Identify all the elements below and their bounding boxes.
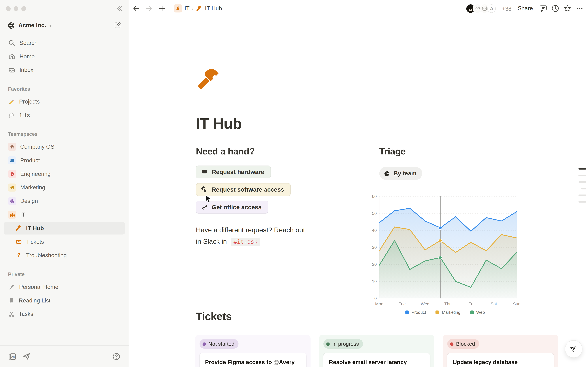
topbar-left: IT / IT Hub <box>132 0 222 17</box>
sidebar-item-design[interactable]: Design <box>4 195 125 207</box>
sidebar-item-label: IT <box>20 211 25 218</box>
button-label: Get office access <box>212 204 261 211</box>
sidebar-item-it[interactable]: IT <box>4 209 125 221</box>
section-title-favorites: Favorites <box>4 86 125 92</box>
share-button[interactable]: Share <box>518 5 533 12</box>
button-label: Request software access <box>212 186 284 193</box>
calendar-icon[interactable]: 28 <box>8 352 17 361</box>
new-page-icon[interactable] <box>114 22 121 29</box>
sidebar-item-label: Design <box>20 198 38 204</box>
status-dot <box>450 342 454 346</box>
globe-icon <box>7 21 15 29</box>
status-badge[interactable]: In progress <box>323 339 363 349</box>
sidebar-item-troubleshooting[interactable]: ? Troubleshooting <box>4 249 125 262</box>
legend-item: Marketing <box>436 310 460 315</box>
more-options-icon[interactable] <box>575 4 584 13</box>
svg-text:Sat: Sat <box>491 301 497 306</box>
chevron-down-icon: ▾ <box>50 23 52 28</box>
bug-icon <box>8 211 16 219</box>
sidebar-collapse-icon[interactable] <box>115 5 123 12</box>
note-text: Have a different request? Reach out in S… <box>196 224 332 248</box>
traffic-light-minimize[interactable] <box>14 6 18 11</box>
status-dot <box>202 342 206 346</box>
traffic-light-close[interactable] <box>6 6 10 11</box>
need-a-hand-section: Need a hand? Request hardware Request so… <box>196 146 332 248</box>
page-outline-indicator[interactable] <box>577 168 586 203</box>
sidebar-item-personal-home[interactable]: Personal Home <box>4 281 125 293</box>
svg-text:Tue: Tue <box>398 301 406 306</box>
sidebar-item-inbox[interactable]: Inbox <box>4 64 125 76</box>
by-team-filter-button[interactable]: By team <box>379 167 422 180</box>
sidebar-item-1-1s[interactable]: 1:1s <box>4 109 125 122</box>
help-icon[interactable] <box>112 352 121 361</box>
history-clock-icon[interactable] <box>551 4 559 13</box>
favorite-star-icon[interactable] <box>563 4 571 13</box>
breadcrumb-team[interactable]: IT <box>184 5 190 12</box>
tickets-board: Not started Provide Figma access to @Ave… <box>195 335 558 367</box>
card-title-text: Resolve email server latency <box>329 358 424 366</box>
status-label: In progress <box>332 341 359 347</box>
request-software-access-button[interactable]: Request software access <box>196 183 291 196</box>
sidebar-item-search[interactable]: Search <box>4 37 125 49</box>
ticket-card[interactable]: Resolve email server latency <box>323 353 430 367</box>
back-icon[interactable] <box>132 4 140 13</box>
status-badge[interactable]: Not started <box>199 339 238 349</box>
legend-label: Marketing <box>442 310 460 315</box>
traffic-light-zoom[interactable] <box>21 6 26 11</box>
sidebar-item-label: Company OS <box>20 143 54 150</box>
outline-bar <box>579 181 586 183</box>
add-page-icon[interactable] <box>158 4 166 13</box>
ticket-card[interactable]: Provide Figma access to @Avery <box>199 353 306 367</box>
section-title-private: Private <box>4 272 125 277</box>
pizza-icon <box>8 284 15 291</box>
sidebar-item-it-hub[interactable]: IT Hub <box>4 222 125 234</box>
filter-label: By team <box>394 170 416 177</box>
request-hardware-button[interactable]: Request hardware <box>196 166 271 178</box>
page-title: IT Hub <box>196 115 242 133</box>
svg-text:?: ? <box>17 252 20 259</box>
sidebar-item-tickets[interactable]: Tickets <box>4 236 125 248</box>
sidebar-item-company-os[interactable]: Company OS <box>4 141 125 153</box>
sidebar-item-label: Product <box>20 157 40 164</box>
status-badge[interactable]: Blocked <box>447 339 479 349</box>
home-icon <box>8 53 16 60</box>
cursor-click-icon <box>201 186 208 193</box>
avatar-overflow-count: +38 <box>502 5 511 12</box>
avatar-stack[interactable]: A <box>466 3 497 13</box>
pie-chart-icon <box>384 170 390 177</box>
page-icon-hammer[interactable] <box>197 67 222 93</box>
breadcrumb: IT / IT Hub <box>174 4 222 13</box>
get-office-access-button[interactable]: Get office access <box>196 201 268 214</box>
sidebar-item-label: 1:1s <box>19 112 30 118</box>
slack-channel-chip[interactable]: #it-ask <box>231 238 260 246</box>
comments-icon[interactable] <box>539 4 547 13</box>
ticket-card[interactable]: Update legacy database <box>447 353 554 367</box>
bug-icon <box>174 4 182 13</box>
svg-text:40: 40 <box>372 228 377 233</box>
breadcrumb-page[interactable]: IT Hub <box>205 5 222 12</box>
svg-text:30: 30 <box>372 245 377 250</box>
sidebar-item-tasks[interactable]: Tasks <box>4 308 125 320</box>
triage-area-chart[interactable]: 0102030405060MonTueWedThuFriSatSun <box>370 191 520 312</box>
sidebar-item-engineering[interactable]: Engineering <box>4 168 125 180</box>
sidebar-item-projects[interactable]: Projects <box>4 95 125 108</box>
sidebar-item-reading-list[interactable]: Reading List <box>4 294 125 307</box>
send-icon[interactable] <box>22 352 30 360</box>
sidebar-item-home[interactable]: Home <box>4 50 125 63</box>
legend-swatch <box>436 310 439 314</box>
forward-icon[interactable] <box>145 4 153 13</box>
app-window: Acme Inc. ▾ Search Home Inbox Favorites <box>0 0 588 367</box>
workspace-switcher[interactable]: Acme Inc. ▾ <box>4 18 125 32</box>
notion-ai-button[interactable] <box>565 340 582 358</box>
inbox-icon <box>8 66 16 74</box>
kanban-column-not-started: Not started Provide Figma access to @Ave… <box>195 335 311 367</box>
sidebar-item-product[interactable]: Product <box>4 154 125 167</box>
search-icon <box>8 39 16 47</box>
book-icon <box>8 297 15 304</box>
sidebar-nav: Search Home Inbox <box>4 37 125 77</box>
sidebar-item-marketing[interactable]: Marketing <box>4 181 125 194</box>
monitor-icon <box>201 168 208 175</box>
sidebar-item-label: IT Hub <box>26 225 44 232</box>
mention-name[interactable]: Avery <box>279 359 295 365</box>
chart-legend: Product Marketing Web <box>370 310 520 315</box>
